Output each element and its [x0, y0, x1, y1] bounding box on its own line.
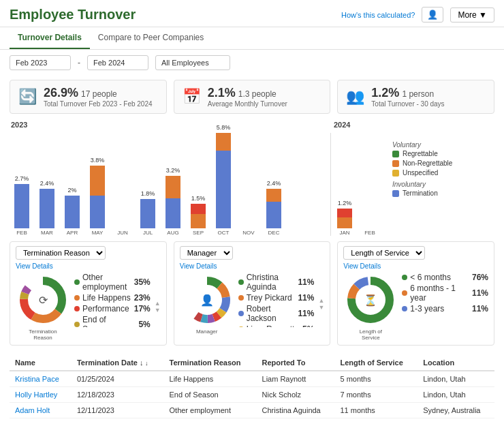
- chart-area: 2023 2.7%FEB2.4%MAR2%APR3.8%MAYJUN1.8%JU…: [10, 121, 385, 236]
- bar-group-jun: JUN: [110, 219, 135, 236]
- mgr-pct-3: 5%: [302, 324, 314, 327]
- row2-reported-to: Christina Aguinda: [257, 403, 335, 418]
- people-icon: 👥: [346, 88, 364, 106]
- mgr-center-label: Manager: [196, 329, 218, 335]
- tr-dot-2: [74, 306, 80, 311]
- row0-name[interactable]: Kristina Pace: [10, 371, 72, 387]
- mgr-center-icon: 👤: [200, 294, 214, 307]
- donut-mgr-svg: 👤: [180, 273, 234, 327]
- bar-month-aug: AUG: [167, 230, 178, 236]
- svc-dot-0: [402, 275, 407, 280]
- bar-stack-mar: [40, 189, 54, 228]
- tr-pct-2: 17%: [134, 304, 151, 314]
- mgr-item-0: Christina Aguinda11%: [238, 273, 315, 292]
- svc-legend-list: < 6 months76% 6 months - 1 year11% 1-3 y…: [402, 273, 488, 327]
- bar-segment: [191, 204, 206, 214]
- tr-legend-list: Other employment35% Life Happens23% Perf…: [74, 273, 151, 327]
- svc-item-1: 6 months - 1 year11%: [402, 284, 488, 303]
- bar-group-jan: 1.2%JAN: [332, 199, 357, 236]
- tr-view-details-link[interactable]: View Details: [16, 262, 161, 270]
- svc-item-0: < 6 months76%: [402, 273, 488, 282]
- bar-segment: [166, 198, 180, 228]
- bar-pct-apr: 2%: [67, 186, 76, 194]
- donut-manager: Manager View Details 👤: [174, 241, 331, 346]
- bar-segment: [90, 166, 105, 196]
- bar-month-dec: DEC: [268, 230, 280, 236]
- table-head: Name Termination Date ↓ Termination Reas…: [10, 355, 494, 371]
- bar-month-jul: JUL: [143, 230, 153, 236]
- row2-service: 11 months: [334, 403, 418, 418]
- bars-2024: 1.2%JANFEB: [332, 130, 385, 236]
- donut-tr-svg: ⟳: [16, 273, 70, 327]
- tr-pct-0: 35%: [134, 277, 151, 287]
- tab-bar: Turnover Details Compare to Peer Compani…: [0, 27, 504, 50]
- bar-month-mar: MAR: [41, 230, 53, 236]
- mgr-view-details-link[interactable]: View Details: [180, 262, 325, 270]
- col-service: Length of Service: [334, 355, 418, 371]
- svc-pct-0: 76%: [472, 273, 488, 282]
- to-date-input[interactable]: [87, 55, 148, 70]
- involuntary-label: Involuntary: [392, 181, 494, 188]
- more-button[interactable]: More ▼: [450, 7, 494, 22]
- svc-pct-1: 11%: [472, 288, 488, 298]
- row1-name[interactable]: Holly Hartley: [10, 387, 72, 403]
- col-reported-to: Reported To: [257, 355, 335, 371]
- how-calculated-link[interactable]: How's this calculated?: [341, 11, 415, 19]
- svc-view-details-link[interactable]: View Details: [343, 262, 488, 270]
- bar-month-jun: JUN: [117, 230, 128, 236]
- voluntary-label: Voluntary: [392, 141, 494, 149]
- kpi-total-pct: 26.9%17 people: [44, 86, 153, 100]
- bar-group-feb: FEB: [358, 219, 382, 236]
- legend-non-regrettable: Non-Regrettable: [392, 159, 494, 167]
- donut-tr-header: Termination Reason: [16, 246, 161, 260]
- bar-stack-oct: [216, 133, 231, 228]
- svc-center-icon: ⏳: [364, 294, 377, 307]
- tr-label-1: Life Happens: [82, 293, 131, 303]
- mgr-label-3: Liam Raynott: [247, 324, 295, 327]
- row2-location: Sydney, Australia: [418, 403, 494, 418]
- donut-svc-content: ⏳ Length ofService < 6 months76% 6 month…: [343, 273, 488, 341]
- termination-color: [392, 190, 399, 197]
- termination-label: Termination: [403, 189, 438, 197]
- col-termination-date[interactable]: Termination Date ↓: [72, 355, 164, 371]
- kpi-row: 🔄 26.9%17 people Total Turnover Feb 2023…: [0, 76, 504, 118]
- row1-service: 7 months: [334, 387, 418, 403]
- tab-peer-companies[interactable]: Compare to Peer Companies: [90, 27, 212, 49]
- row0-reason: Life Happens: [164, 371, 257, 387]
- bar-segment: [191, 214, 206, 228]
- row2-name[interactable]: Adam Holt: [10, 403, 72, 418]
- bar-pct-feb: 2.7%: [15, 174, 29, 183]
- tr-item-0: Other employment35%: [74, 273, 151, 292]
- manager-select[interactable]: Manager: [180, 246, 233, 260]
- tr-pct-3: 5%: [138, 320, 150, 327]
- employee-filter-input[interactable]: [155, 55, 230, 70]
- col-reason: Termination Reason: [164, 355, 257, 371]
- mgr-label-0: Christina Aguinda: [247, 273, 296, 292]
- kpi-total-people: 17 people: [81, 89, 117, 99]
- col-location: Location: [418, 355, 494, 371]
- chart-year-divider: [330, 133, 331, 236]
- bar-pct-sep: 1.5%: [191, 194, 206, 202]
- from-date-input[interactable]: [10, 55, 71, 70]
- tab-turnover-details[interactable]: Turnover Details: [10, 27, 90, 49]
- bar-stack-sep: [191, 204, 206, 228]
- mgr-pct-2: 11%: [298, 309, 314, 318]
- termination-reason-select[interactable]: Termination Reason: [16, 246, 106, 260]
- bar-group-jul: 1.8%JUL: [136, 189, 160, 236]
- kpi-total-label: Total Turnover Feb 2023 - Feb 2024: [44, 100, 153, 108]
- page-title: Employee Turnover: [10, 7, 136, 22]
- mgr-dot-1: [238, 295, 244, 301]
- row2-date: 12/11/2023: [72, 403, 164, 418]
- bar-pct-jan: 1.2%: [338, 199, 352, 207]
- bar-stack-apr: [65, 196, 80, 228]
- tr-dot-3: [74, 322, 80, 327]
- person-icon-button[interactable]: 👤: [422, 7, 443, 22]
- bar-month-jan: JAN: [339, 230, 349, 236]
- bar-stack-dec: [266, 189, 281, 228]
- turnover-icon: 🔄: [18, 88, 37, 106]
- unspecified-label: Unspecified: [403, 169, 438, 177]
- service-select[interactable]: Length of Service: [343, 246, 425, 260]
- bar-segment: [266, 189, 281, 202]
- kpi-monthly-pct: 2.1%1.3 people: [208, 86, 287, 100]
- chart-legend: Voluntary Regrettable Non-Regrettable Un…: [385, 121, 494, 236]
